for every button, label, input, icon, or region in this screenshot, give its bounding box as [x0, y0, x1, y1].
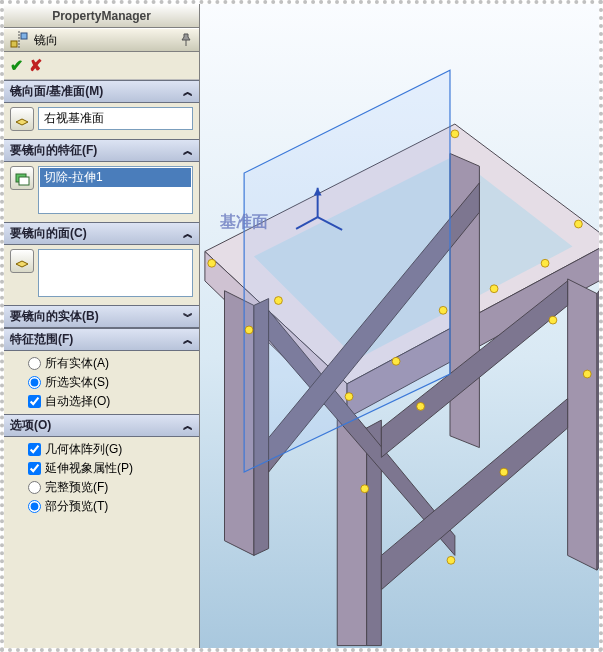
preview-radio-partial[interactable]: 部分预览(T) [28, 498, 193, 515]
pushpin-icon[interactable] [179, 33, 193, 47]
reference-plane-label: 基准面 [219, 213, 268, 230]
chevron-up-icon: ︽ [183, 333, 193, 347]
chevron-up-icon: ︽ [183, 419, 193, 433]
svg-marker-14 [597, 291, 599, 570]
cancel-button[interactable]: ✘ [29, 56, 42, 75]
plane-slot-icon[interactable] [10, 107, 34, 131]
svg-marker-13 [568, 279, 597, 570]
svg-rect-0 [11, 41, 17, 47]
svg-point-35 [541, 259, 549, 267]
svg-point-36 [417, 402, 425, 410]
chevron-up-icon: ︽ [183, 85, 193, 99]
section-bodies-header[interactable]: 要镜向的实体(B) ︾ [4, 305, 199, 328]
svg-point-28 [345, 393, 353, 401]
svg-point-29 [245, 326, 253, 334]
model-render: 基准面 [200, 4, 599, 648]
chevron-down-icon: ︾ [183, 310, 193, 324]
feature-name: 镜向 [34, 32, 58, 49]
mirror-feature-icon [10, 31, 28, 49]
property-manager-panel: PropertyManager 镜向 ✔ ✘ 镜向面/基准面(M) ︽ [4, 4, 200, 648]
preview-radio-full[interactable]: 完整预览(F) [28, 479, 193, 496]
mirror-plane-value[interactable]: 右视基准面 [40, 109, 191, 128]
section-mirror-plane-body: 右视基准面 [4, 103, 199, 139]
mirror-plane-listbox[interactable]: 右视基准面 [38, 107, 193, 130]
faces-listbox[interactable] [38, 249, 193, 297]
scope-radio-selected[interactable]: 所选实体(S) [28, 374, 193, 391]
feature-slot-icon[interactable] [10, 166, 34, 190]
svg-rect-1 [21, 33, 27, 39]
feature-header: 镜向 [4, 28, 199, 52]
ok-button[interactable]: ✔ [10, 56, 23, 75]
svg-point-39 [447, 556, 455, 564]
scope-radio-all[interactable]: 所有实体(A) [28, 355, 193, 372]
scope-autoselect-checkbox[interactable]: 自动选择(O) [28, 393, 193, 410]
svg-point-32 [439, 306, 447, 314]
face-slot-icon[interactable] [10, 249, 34, 273]
section-mirror-plane-header[interactable]: 镜向面/基准面(M) ︽ [4, 80, 199, 103]
section-features-header[interactable]: 要镜向的特征(F) ︽ [4, 139, 199, 162]
svg-point-34 [549, 316, 557, 324]
section-scope-body: 所有实体(A) 所选实体(S) 自动选择(O) [4, 351, 199, 414]
section-features-body: 切除-拉伸1 [4, 162, 199, 222]
chevron-up-icon: ︽ [183, 144, 193, 158]
svg-point-40 [500, 468, 508, 476]
section-options-body: 几何体阵列(G) 延伸视象属性(P) 完整预览(F) 部分预览(T) [4, 437, 199, 519]
svg-point-26 [451, 130, 459, 138]
svg-point-30 [275, 297, 283, 305]
features-listbox[interactable]: 切除-拉伸1 [38, 166, 193, 214]
option-geom-pattern[interactable]: 几何体阵列(G) [28, 441, 193, 458]
svg-point-25 [208, 259, 216, 267]
panel-title: PropertyManager [4, 4, 199, 28]
graphics-viewport[interactable]: 基准面 [200, 4, 599, 648]
svg-point-38 [583, 370, 591, 378]
option-propagate-visual[interactable]: 延伸视象属性(P) [28, 460, 193, 477]
chevron-up-icon: ︽ [183, 227, 193, 241]
svg-point-33 [490, 285, 498, 293]
svg-point-31 [392, 357, 400, 365]
svg-point-37 [361, 485, 369, 493]
section-options-header[interactable]: 选项(O) ︽ [4, 414, 199, 437]
svg-point-27 [574, 220, 582, 228]
section-scope-header[interactable]: 特征范围(F) ︽ [4, 328, 199, 351]
section-faces-body [4, 245, 199, 305]
feature-item[interactable]: 切除-拉伸1 [40, 168, 191, 187]
confirm-row: ✔ ✘ [4, 52, 199, 80]
section-faces-header[interactable]: 要镜向的面(C) ︽ [4, 222, 199, 245]
svg-rect-4 [19, 177, 29, 185]
